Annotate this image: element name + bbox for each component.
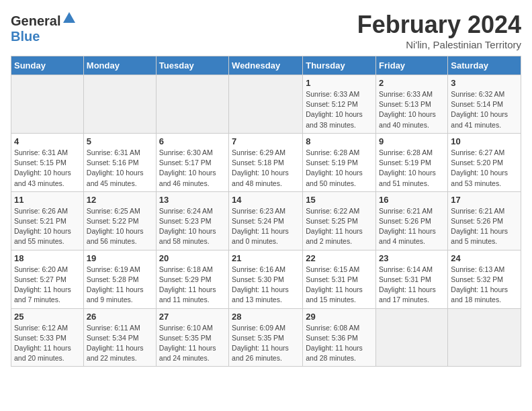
- day-number: 16: [379, 195, 445, 205]
- day-number: 26: [87, 312, 153, 322]
- calendar-cell: 23Sunrise: 6:14 AM Sunset: 5:31 PM Dayli…: [376, 250, 448, 308]
- day-info: Sunrise: 6:12 AM Sunset: 5:33 PM Dayligh…: [14, 323, 81, 364]
- day-number: 19: [87, 253, 153, 263]
- calendar-cell: 8Sunrise: 6:28 AM Sunset: 5:19 PM Daylig…: [303, 133, 376, 191]
- calendar-cell: 7Sunrise: 6:29 AM Sunset: 5:18 PM Daylig…: [229, 133, 303, 191]
- day-info: Sunrise: 6:08 AM Sunset: 5:36 PM Dayligh…: [306, 323, 373, 364]
- col-header-monday: Monday: [83, 56, 156, 75]
- day-number: 12: [87, 195, 153, 205]
- logo-icon: [62, 11, 77, 26]
- day-number: 11: [14, 195, 81, 205]
- calendar-week-row: 1Sunrise: 6:33 AM Sunset: 5:12 PM Daylig…: [11, 75, 521, 134]
- col-header-wednesday: Wednesday: [229, 56, 303, 75]
- day-info: Sunrise: 6:26 AM Sunset: 5:21 PM Dayligh…: [14, 206, 81, 247]
- calendar-cell: 12Sunrise: 6:25 AM Sunset: 5:22 PM Dayli…: [83, 191, 156, 250]
- day-info: Sunrise: 6:23 AM Sunset: 5:24 PM Dayligh…: [232, 206, 300, 247]
- calendar-cell: [376, 308, 448, 367]
- day-number: 10: [451, 136, 518, 146]
- day-info: Sunrise: 6:30 AM Sunset: 5:17 PM Dayligh…: [159, 148, 226, 189]
- calendar-week-row: 11Sunrise: 6:26 AM Sunset: 5:21 PM Dayli…: [11, 191, 521, 250]
- day-info: Sunrise: 6:31 AM Sunset: 5:16 PM Dayligh…: [87, 148, 153, 189]
- calendar-cell: 16Sunrise: 6:21 AM Sunset: 5:26 PM Dayli…: [376, 191, 448, 250]
- day-info: Sunrise: 6:21 AM Sunset: 5:26 PM Dayligh…: [379, 206, 445, 247]
- day-number: 6: [159, 136, 226, 146]
- calendar-cell: 2Sunrise: 6:33 AM Sunset: 5:13 PM Daylig…: [376, 75, 448, 134]
- calendar-week-row: 4Sunrise: 6:31 AM Sunset: 5:15 PM Daylig…: [11, 133, 521, 191]
- day-number: 1: [306, 78, 373, 88]
- calendar-table: SundayMondayTuesdayWednesdayThursdayFrid…: [11, 56, 521, 367]
- day-number: 28: [232, 312, 300, 322]
- day-info: Sunrise: 6:20 AM Sunset: 5:27 PM Dayligh…: [14, 265, 81, 306]
- calendar-cell: 21Sunrise: 6:16 AM Sunset: 5:30 PM Dayli…: [229, 250, 303, 308]
- day-number: 3: [451, 78, 518, 88]
- day-number: 17: [451, 195, 518, 205]
- day-number: 4: [14, 136, 81, 146]
- calendar-cell: 24Sunrise: 6:13 AM Sunset: 5:32 PM Dayli…: [448, 250, 521, 308]
- logo: General Blue: [11, 11, 77, 44]
- day-number: 2: [379, 78, 445, 88]
- calendar-cell: 1Sunrise: 6:33 AM Sunset: 5:12 PM Daylig…: [303, 75, 376, 134]
- day-info: Sunrise: 6:16 AM Sunset: 5:30 PM Dayligh…: [232, 265, 300, 306]
- day-info: Sunrise: 6:25 AM Sunset: 5:22 PM Dayligh…: [87, 206, 153, 247]
- calendar-cell: [83, 75, 156, 134]
- col-header-tuesday: Tuesday: [156, 56, 228, 75]
- calendar-cell: 18Sunrise: 6:20 AM Sunset: 5:27 PM Dayli…: [11, 250, 84, 308]
- day-number: 27: [159, 312, 226, 322]
- calendar-cell: 17Sunrise: 6:21 AM Sunset: 5:26 PM Dayli…: [448, 191, 521, 250]
- calendar-cell: 20Sunrise: 6:18 AM Sunset: 5:29 PM Dayli…: [156, 250, 228, 308]
- day-info: Sunrise: 6:21 AM Sunset: 5:26 PM Dayligh…: [451, 206, 518, 247]
- logo-general: General: [11, 13, 60, 28]
- day-info: Sunrise: 6:33 AM Sunset: 5:13 PM Dayligh…: [379, 89, 445, 130]
- col-header-sunday: Sunday: [11, 56, 84, 75]
- calendar-cell: 15Sunrise: 6:22 AM Sunset: 5:25 PM Dayli…: [303, 191, 376, 250]
- day-info: Sunrise: 6:29 AM Sunset: 5:18 PM Dayligh…: [232, 148, 300, 189]
- col-header-thursday: Thursday: [303, 56, 376, 75]
- day-number: 8: [306, 136, 373, 146]
- subtitle: Ni'lin, Palestinian Territory: [357, 39, 521, 50]
- day-number: 5: [87, 136, 153, 146]
- day-number: 20: [159, 253, 226, 263]
- col-header-friday: Friday: [376, 56, 448, 75]
- calendar-cell: 10Sunrise: 6:27 AM Sunset: 5:20 PM Dayli…: [448, 133, 521, 191]
- col-header-saturday: Saturday: [448, 56, 521, 75]
- calendar-cell: [11, 75, 84, 134]
- calendar-cell: [229, 75, 303, 134]
- calendar-cell: 9Sunrise: 6:28 AM Sunset: 5:19 PM Daylig…: [376, 133, 448, 191]
- day-number: 7: [232, 136, 300, 146]
- logo-blue: Blue: [11, 29, 40, 44]
- day-info: Sunrise: 6:19 AM Sunset: 5:28 PM Dayligh…: [87, 265, 153, 306]
- day-number: 23: [379, 253, 445, 263]
- logo-text: General Blue: [11, 11, 77, 44]
- day-info: Sunrise: 6:18 AM Sunset: 5:29 PM Dayligh…: [159, 265, 226, 306]
- calendar-cell: 26Sunrise: 6:11 AM Sunset: 5:34 PM Dayli…: [83, 308, 156, 367]
- calendar-cell: 5Sunrise: 6:31 AM Sunset: 5:16 PM Daylig…: [83, 133, 156, 191]
- day-number: 15: [306, 195, 373, 205]
- day-number: 25: [14, 312, 81, 322]
- svg-marker-0: [63, 12, 75, 23]
- calendar-cell: 25Sunrise: 6:12 AM Sunset: 5:33 PM Dayli…: [11, 308, 84, 367]
- day-number: 21: [232, 253, 300, 263]
- calendar-cell: [156, 75, 228, 134]
- day-info: Sunrise: 6:10 AM Sunset: 5:35 PM Dayligh…: [159, 323, 226, 364]
- calendar-cell: 28Sunrise: 6:09 AM Sunset: 5:35 PM Dayli…: [229, 308, 303, 367]
- day-number: 24: [451, 253, 518, 263]
- day-info: Sunrise: 6:13 AM Sunset: 5:32 PM Dayligh…: [451, 265, 518, 306]
- day-info: Sunrise: 6:15 AM Sunset: 5:31 PM Dayligh…: [306, 265, 373, 306]
- day-number: 22: [306, 253, 373, 263]
- calendar-cell: 11Sunrise: 6:26 AM Sunset: 5:21 PM Dayli…: [11, 191, 84, 250]
- day-number: 18: [14, 253, 81, 263]
- calendar-cell: 6Sunrise: 6:30 AM Sunset: 5:17 PM Daylig…: [156, 133, 228, 191]
- day-number: 9: [379, 136, 445, 146]
- calendar-cell: 19Sunrise: 6:19 AM Sunset: 5:28 PM Dayli…: [83, 250, 156, 308]
- day-info: Sunrise: 6:27 AM Sunset: 5:20 PM Dayligh…: [451, 148, 518, 189]
- day-info: Sunrise: 6:24 AM Sunset: 5:23 PM Dayligh…: [159, 206, 226, 247]
- day-info: Sunrise: 6:32 AM Sunset: 5:14 PM Dayligh…: [451, 89, 518, 130]
- day-info: Sunrise: 6:31 AM Sunset: 5:15 PM Dayligh…: [14, 148, 81, 189]
- calendar-cell: 14Sunrise: 6:23 AM Sunset: 5:24 PM Dayli…: [229, 191, 303, 250]
- page-header: General Blue February 2024 Ni'lin, Pales…: [11, 11, 521, 50]
- calendar-cell: 29Sunrise: 6:08 AM Sunset: 5:36 PM Dayli…: [303, 308, 376, 367]
- day-info: Sunrise: 6:14 AM Sunset: 5:31 PM Dayligh…: [379, 265, 445, 306]
- calendar-week-row: 18Sunrise: 6:20 AM Sunset: 5:27 PM Dayli…: [11, 250, 521, 308]
- calendar-week-row: 25Sunrise: 6:12 AM Sunset: 5:33 PM Dayli…: [11, 308, 521, 367]
- title-block: February 2024 Ni'lin, Palestinian Territ…: [357, 11, 521, 50]
